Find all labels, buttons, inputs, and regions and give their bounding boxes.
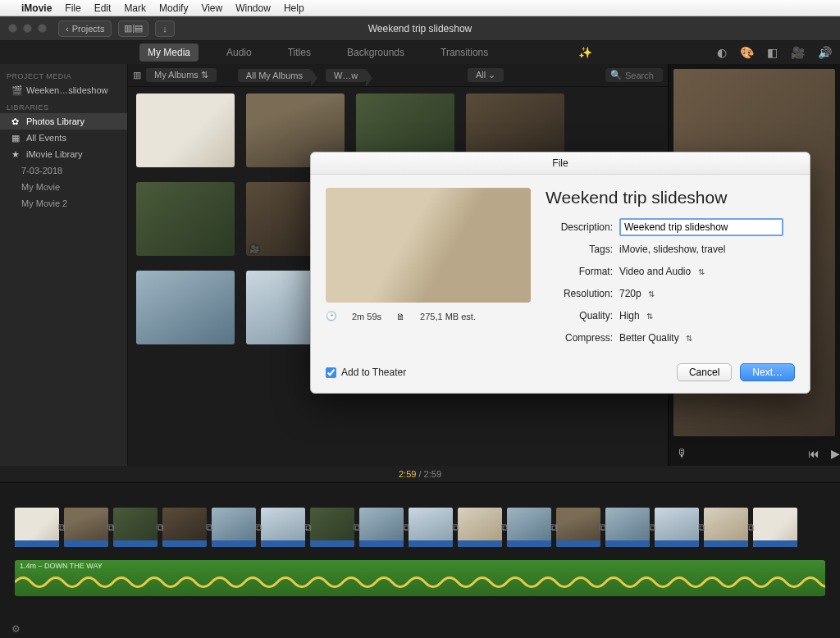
timeline-clip[interactable] [507, 508, 551, 547]
transition-icon[interactable]: ⧉ [349, 508, 364, 547]
clapperboard-icon: 🎬 [11, 85, 21, 95]
next-button[interactable]: Next… [740, 363, 795, 381]
timeline-clip[interactable] [655, 508, 699, 547]
transition-icon[interactable]: ⧉ [251, 508, 266, 547]
timeline-clip[interactable] [409, 508, 453, 547]
transition-icon[interactable]: ⧉ [743, 508, 758, 547]
transition-icon[interactable]: ⧉ [694, 508, 709, 547]
library-layout-toggle[interactable]: ▥|▤ [118, 21, 148, 37]
app-menu[interactable]: iMovie [21, 2, 52, 14]
tab-audio[interactable]: Audio [218, 43, 260, 62]
color-balance-icon[interactable]: ◐ [717, 46, 727, 59]
transition-icon[interactable]: ⧉ [448, 508, 463, 547]
sidebar-item-my-movie[interactable]: My Movie [0, 179, 127, 195]
sidebar-item-my-movie-2[interactable]: My Movie 2 [0, 195, 127, 212]
sidebar-item-imovie-library[interactable]: ★ iMovie Library [0, 146, 127, 162]
menu-edit[interactable]: Edit [94, 2, 112, 14]
media-thumbnail[interactable] [136, 93, 235, 167]
close-window-button[interactable] [8, 24, 17, 33]
transition-icon[interactable]: ⧉ [497, 508, 512, 547]
tab-my-media[interactable]: My Media [139, 43, 199, 62]
timeline-clip[interactable] [310, 508, 354, 547]
timeline-clip[interactable] [458, 508, 502, 547]
tab-backgrounds[interactable]: Backgrounds [339, 43, 413, 62]
sidebar-item-all-events[interactable]: ▦ All Events [0, 130, 127, 146]
transition-icon[interactable]: ⧉ [103, 508, 118, 547]
libraries-header: LIBRARIES [0, 98, 127, 113]
transition-icon[interactable]: ⧉ [399, 508, 413, 547]
photos-flower-icon: ✿ [11, 116, 21, 126]
prev-clip-button[interactable]: ⏮ [808, 447, 819, 460]
transition-icon[interactable]: ⧉ [596, 508, 610, 547]
media-thumbnail[interactable] [136, 182, 235, 256]
timeline-settings-icon[interactable]: ⚙ [11, 623, 21, 635]
sidebar-project-media-item[interactable]: 🎬 Weeken…slideshow [0, 82, 127, 98]
search-input[interactable]: 🔍 [605, 68, 663, 82]
transition-icon[interactable]: ⧉ [153, 508, 167, 547]
timeline-clip[interactable] [753, 508, 797, 547]
video-track[interactable]: ⧉ ⧉ ⧉ ⧉ ⧉ ⧉ ⧉ ⧉ ⧉ ⧉ ⧉ [0, 508, 840, 557]
menu-window[interactable]: Window [235, 2, 271, 14]
timeline-clip[interactable] [113, 508, 158, 547]
add-to-theater-checkbox[interactable]: Add to Theater [326, 367, 406, 378]
microphone-icon[interactable]: 🎙 [677, 447, 688, 460]
export-duration: 2m 59s [352, 312, 381, 321]
format-popup[interactable]: Video and Audio ⇅ [619, 266, 705, 277]
timeline-clip[interactable] [64, 508, 108, 547]
timeline-clip[interactable] [212, 508, 256, 547]
download-arrow-icon: ↓ [162, 24, 167, 34]
crop-icon[interactable]: ◧ [767, 46, 778, 59]
timeline-clip[interactable] [261, 508, 305, 547]
play-button[interactable]: ▶ [831, 447, 840, 460]
filter-popup[interactable]: All ⌄ [468, 68, 504, 82]
quality-popup[interactable]: High ⇅ [619, 310, 653, 321]
tags-field[interactable]: iMovie, slideshow, travel [619, 244, 725, 255]
album-picker[interactable]: My Albums ⇅ [146, 68, 217, 82]
menu-help[interactable]: Help [284, 2, 304, 14]
color-correction-icon[interactable]: 🎨 [740, 46, 754, 59]
menu-view[interactable]: View [201, 2, 222, 14]
transition-icon[interactable]: ⧉ [546, 508, 561, 547]
description-field[interactable] [619, 218, 783, 236]
menu-modify[interactable]: Modify [159, 2, 188, 14]
add-to-theater-input[interactable] [326, 367, 336, 378]
breadcrumb-all-albums[interactable]: All My Albums [238, 69, 311, 82]
timeline-clip[interactable] [15, 508, 59, 547]
audio-waveform [15, 572, 825, 593]
timeline-clip[interactable] [556, 508, 600, 547]
sidebar-project-label: Weeken…slideshow [26, 85, 107, 95]
sidebar-item-photos-library[interactable]: ✿ Photos Library [0, 113, 127, 130]
tab-titles[interactable]: Titles [280, 43, 319, 62]
tab-transitions[interactable]: Transitions [432, 43, 496, 62]
breadcrumb-current-album[interactable]: W…w [326, 69, 366, 82]
back-to-projects-button[interactable]: ‹ Projects [58, 21, 112, 37]
transition-icon[interactable]: ⧉ [54, 508, 69, 547]
search-field[interactable] [625, 71, 658, 80]
layout-toggle-icon[interactable]: ▥ [133, 70, 141, 80]
timeline[interactable]: ⧉ ⧉ ⧉ ⧉ ⧉ ⧉ ⧉ ⧉ ⧉ ⧉ ⧉ [0, 482, 840, 638]
sidebar-item-event-date[interactable]: 7-03-2018 [0, 162, 127, 179]
compress-popup[interactable]: Better Quality ⇅ [619, 332, 692, 344]
cancel-button[interactable]: Cancel [677, 363, 732, 381]
background-audio-track[interactable]: 1.4m – DOWN THE WAY [15, 560, 825, 596]
timeline-clip[interactable] [359, 508, 404, 547]
transition-icon[interactable]: ⧉ [645, 508, 660, 547]
timeline-clip[interactable] [704, 508, 748, 547]
menu-file[interactable]: File [65, 2, 80, 14]
enhance-icon[interactable]: ✨ [578, 46, 592, 59]
timeline-clip[interactable] [605, 508, 650, 547]
resolution-popup[interactable]: 720p ⇅ [619, 288, 655, 299]
transition-icon[interactable]: ⧉ [300, 508, 315, 547]
sidebar-item-label: All Events [26, 133, 66, 143]
media-thumbnail[interactable] [136, 271, 235, 344]
timeline-clip[interactable] [162, 508, 207, 547]
timecode-total: 2:59 [424, 469, 441, 479]
import-button[interactable]: ↓ [155, 21, 175, 37]
project-sidebar: PROJECT MEDIA 🎬 Weeken…slideshow LIBRARI… [0, 64, 128, 466]
video-settings-icon[interactable]: 🎥 [791, 46, 805, 59]
transition-icon[interactable]: ⧉ [202, 508, 217, 547]
minimize-window-button[interactable] [23, 24, 32, 33]
audio-settings-icon[interactable]: 🔊 [818, 46, 832, 59]
zoom-window-button[interactable] [38, 24, 47, 33]
menu-mark[interactable]: Mark [124, 2, 146, 14]
